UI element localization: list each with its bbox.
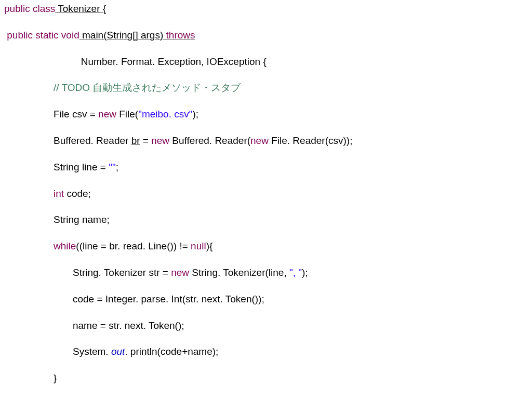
br-decl-mid2: Buffered. Reader( [169,135,250,146]
indent [4,82,54,93]
string-literal: "meibo. csv" [138,109,192,119]
keyword-null: null [191,241,206,251]
code-line-6: Buffered. Reader br = new Buffered. Read… [4,135,528,147]
code-line-9: String name; [4,214,528,226]
keyword-public: public [4,3,30,14]
keyword-new: new [151,135,169,146]
keyword-new: new [171,267,189,278]
code-line-8: int code; [4,188,528,200]
line-decl-pre: String line = [4,162,109,172]
println-pre: System. [4,346,111,357]
code-line-3: Number. Format. Exception, IOException { [4,56,528,68]
tokenizer-pre: String. Tokenizer str = [4,267,171,278]
keyword-int: int [54,188,64,199]
code-line-10: while((line = br. read. Line()) != null)… [4,241,528,252]
code-decl-end: code; [64,188,91,199]
tokenizer-mid: String. Tokenizer(line, [189,267,289,278]
keyword-while: while [54,241,76,251]
keyword-new: new [250,135,269,146]
code-line-12: code = Integer. parse. Int(str. next. To… [4,294,528,305]
indent [4,241,54,251]
keyword-static: static [35,30,58,41]
code-line-15: } [4,373,528,384]
code-line-7: String line = ""; [4,162,528,174]
name-decl: String name; [4,214,110,225]
tokenizer-end: ); [302,267,308,278]
indent [4,188,54,199]
code-line-5: File csv = new File("meibo. csv"); [4,109,528,121]
code-line-2: public static void main(String[] args) t… [4,30,528,42]
code-assign: code = Integer. parse. Int(str. next. To… [4,294,264,304]
string-literal: "" [109,162,116,172]
keyword-public: public [7,30,33,41]
class-name: Tokenizer { [55,3,106,14]
println-end: . println(code+name); [125,346,218,357]
string-literal: ", " [289,267,302,278]
br-decl-pre: Buffered. Reader [4,135,131,146]
code-line-13: name = str. next. Token(); [4,320,528,332]
throws-types: Number. Format. Exception, IOException { [4,56,267,67]
file-decl-pre: File csv = [4,109,98,119]
var-br: br [131,135,140,146]
br-decl-mid3: File. Reader(csv)); [269,135,353,146]
code-line-1: public class Tokenizer { [4,3,528,15]
code-line-4: // TODO 自動生成されたメソッド・スタブ [4,82,528,94]
while-cond-end: ){ [206,241,213,251]
close-brace: } [4,373,57,383]
file-decl-mid: File( [116,109,138,119]
method-sig: main(String[] args) [79,30,166,41]
keyword-void: void [61,30,79,41]
todo-comment: // TODO 自動生成されたメソッド・スタブ [54,82,241,93]
line-decl-end: ; [116,162,118,172]
keyword-class: class [33,3,55,14]
br-decl-mid1: = [140,135,152,146]
file-decl-end: ); [192,109,198,119]
name-assign: name = str. next. Token(); [4,320,184,331]
keyword-throws: throws [166,30,195,41]
keyword-new: new [98,109,116,119]
field-out: out [111,346,125,357]
while-cond-mid: ((line = br. read. Line()) != [76,241,191,251]
code-line-14: System. out. println(code+name); [4,346,528,358]
code-line-11: String. Tokenizer str = new String. Toke… [4,267,528,279]
